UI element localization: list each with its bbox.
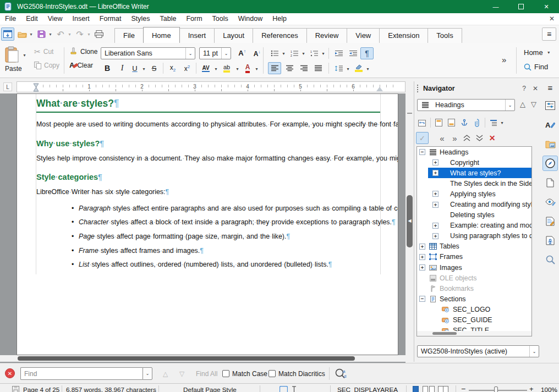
zoom-out-button[interactable]: − (461, 384, 465, 392)
nav-item-the-styles-deck-in-the-sideb[interactable]: The Styles deck in the Sideb (417, 178, 531, 189)
delete-button[interactable]: ✕ (486, 132, 498, 144)
align-justify-button[interactable] (311, 62, 325, 74)
move-chapter-up-button[interactable] (461, 132, 473, 144)
document-list-item[interactable]: •Character·styles·affect·a·block·of·text… (36, 218, 380, 227)
multi-page-view-button[interactable] (423, 386, 435, 392)
nav-item-sec-logo[interactable]: SEC_LOGO (417, 304, 531, 314)
menu-view[interactable]: View (43, 13, 68, 25)
tree-expander[interactable]: + (432, 191, 439, 197)
nav-item-images[interactable]: +Images (417, 262, 531, 273)
find-history-dropdown[interactable]: ⌄ (143, 367, 152, 380)
tree-expander[interactable]: + (432, 159, 439, 165)
nav-item-example-creating-and-mod[interactable]: +Example: creating and mod (417, 220, 531, 231)
sidebar-tab-style-inspector[interactable] (542, 194, 558, 209)
nav-item-headings[interactable]: −Headings (417, 147, 531, 157)
strikethrough-button[interactable]: S (147, 62, 161, 74)
tree-expander[interactable]: + (432, 170, 439, 176)
find-toolbar-button[interactable]: Find (524, 63, 548, 71)
paste-label[interactable]: Paste (5, 65, 22, 73)
paragraph-background-button[interactable] (352, 62, 365, 74)
paste-button[interactable] (5, 46, 19, 63)
document-paragraph[interactable]: Styles·help·improve·consistency·in·a·doc… (36, 154, 380, 163)
sidebar-tab-styles[interactable]: A (542, 117, 558, 132)
superscript-button[interactable]: x2 (180, 62, 194, 74)
nav-item-sec-guide[interactable]: SEC_GUIDE (417, 315, 531, 325)
sidebar-tab-gallery[interactable] (542, 136, 558, 152)
save-button[interactable] (35, 27, 48, 41)
bold-button[interactable]: B (101, 62, 114, 74)
nav-item-applying-styles[interactable]: +Applying styles (417, 189, 531, 199)
selection-mode-icon[interactable] (280, 386, 288, 392)
increase-font-size-button[interactable]: A↑ (235, 47, 249, 59)
footer-button[interactable] (445, 117, 458, 129)
minimize-button[interactable]: — (483, 0, 508, 13)
sidebar-tab-properties[interactable] (542, 98, 558, 113)
demote-level-button[interactable]: » (448, 132, 461, 144)
character-spacing-dropdown[interactable]: ▾ (213, 67, 218, 71)
nav-item-bookmarks[interactable]: Bookmarks (417, 283, 531, 294)
menu-file[interactable]: File (0, 13, 21, 25)
tree-scrollbar-thumb[interactable] (432, 332, 457, 335)
sidebar-tab-navigator[interactable] (542, 156, 558, 171)
heading-levels-button[interactable] (487, 117, 500, 129)
copy-button[interactable]: Copy (34, 62, 59, 69)
list-box-toggle[interactable]: ✓ (416, 132, 429, 144)
open-dropdown[interactable]: ▾ (29, 32, 34, 37)
tab-home[interactable]: Home (143, 27, 180, 43)
navigator-document-dropdown[interactable]: ⌄ (529, 346, 539, 357)
zoom-slider-thumb[interactable] (494, 387, 498, 392)
indent-marker-left[interactable] (33, 83, 39, 92)
paste-dropdown[interactable]: ▾ (22, 53, 27, 58)
decrease-font-size-button[interactable]: A↓ (250, 47, 264, 59)
nav-item-what-are-styles[interactable]: +What are styles? (417, 168, 531, 178)
next-item-button[interactable]: ▽ (531, 100, 536, 108)
menu-window[interactable]: Window (233, 13, 267, 25)
menu-help[interactable]: Help (267, 13, 292, 25)
menubar-toggle-button[interactable] (1, 27, 14, 41)
find-and-replace-button[interactable]: ad (335, 368, 348, 379)
font-name-combobox[interactable]: Liberation Sans ⌄ (101, 47, 195, 59)
character-spacing-button[interactable]: AV (199, 62, 212, 74)
close-button[interactable]: ✕ (534, 0, 559, 13)
tree-expander[interactable]: + (419, 244, 425, 250)
scrollbar-split-handle[interactable] (407, 113, 412, 114)
find-all-button[interactable]: Find All (196, 370, 217, 378)
underline-dropdown[interactable]: ▾ (141, 67, 146, 71)
cut-button[interactable]: ✂Cut (34, 47, 53, 56)
nav-item-deleting-styles[interactable]: Deleting styles (417, 210, 531, 220)
tab-insert[interactable]: Insert (179, 28, 215, 43)
highlight-color-button[interactable]: ab (220, 62, 233, 74)
tab-extension[interactable]: Extension (379, 28, 428, 43)
book-view-button[interactable] (438, 386, 449, 392)
increase-indent-button[interactable] (332, 47, 346, 59)
word-count-status[interactable]: 6,857 words, 38,967 characters (66, 386, 156, 392)
tab-references[interactable]: References (253, 28, 306, 43)
line-spacing-dropdown[interactable]: ▾ (346, 67, 350, 71)
decrease-indent-button[interactable] (347, 47, 360, 59)
single-page-view-button[interactable] (413, 386, 419, 392)
bullet-list-dropdown[interactable]: ▾ (281, 51, 286, 56)
document-heading[interactable]: What·are·styles?¶ (36, 97, 380, 113)
subscript-button[interactable]: x2 (166, 62, 179, 74)
font-size-dropdown[interactable]: ⌄ (221, 48, 231, 59)
nav-item-creating-and-modifying-styl[interactable]: +Creating and modifying styl (417, 199, 531, 209)
anchor-text-button[interactable] (458, 117, 470, 129)
page-number-status[interactable]: Page 4 of 25 (23, 386, 59, 392)
zoom-in-button[interactable]: + (529, 385, 534, 392)
document-list-item[interactable]: •List·styles·affect·outlines,·ordered·(n… (36, 260, 380, 269)
sidebar-tab-accessibility-check[interactable] (542, 233, 558, 248)
tree-expander[interactable]: + (432, 233, 439, 239)
align-center-button[interactable] (283, 62, 296, 74)
nav-item-using-paragraph-styles-to-d[interactable]: +Using paragraph styles to d (417, 231, 531, 241)
font-size-combobox[interactable]: 11 pt ⌄ (199, 47, 231, 59)
font-color-button[interactable]: A (241, 62, 254, 74)
toolbar-overflow-button[interactable]: » (502, 55, 505, 64)
find-previous-button[interactable]: △ (163, 370, 168, 378)
horizontal-scrollbar[interactable] (0, 355, 405, 362)
numbered-list-button[interactable]: 12 (288, 47, 301, 59)
tree-expander[interactable]: + (419, 264, 425, 270)
menu-styles[interactable]: Styles (126, 13, 155, 25)
nav-item-sections[interactable]: −Sections (417, 294, 531, 304)
maximize-button[interactable] (508, 0, 534, 13)
document-heading[interactable]: Style·categories¶ (36, 172, 380, 183)
